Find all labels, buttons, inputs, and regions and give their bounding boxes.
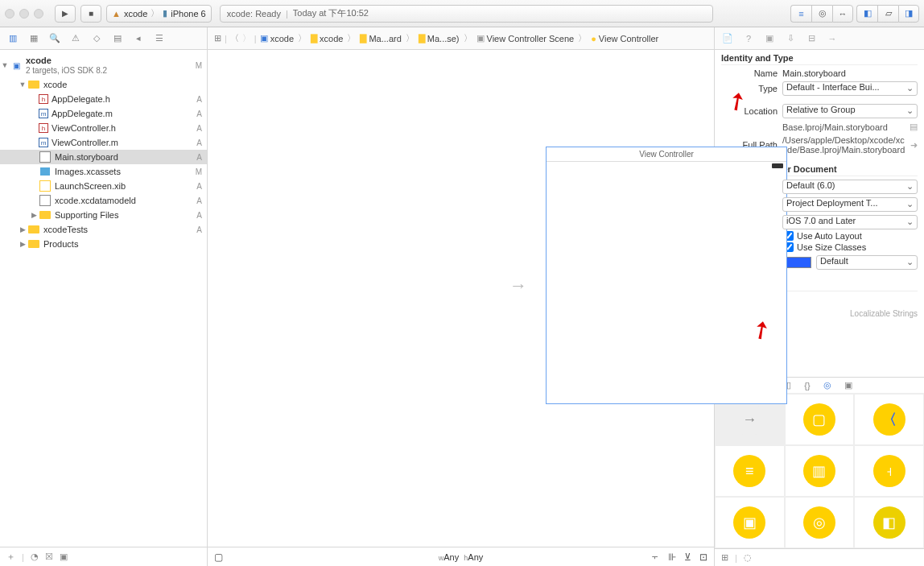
editor-mode-segment[interactable]: ≡ ◎ ↔ (790, 5, 853, 23)
filter-recent-icon[interactable]: ◔ (31, 552, 39, 562)
scheme-device: iPhone 6 (171, 9, 205, 19)
lib-item-tablevc[interactable]: ≡ (715, 445, 785, 497)
lib-item-pagevc[interactable]: ◎ (785, 497, 855, 548)
resolve-icon[interactable]: ⊻ (684, 552, 691, 563)
stop-button[interactable] (80, 5, 101, 23)
lib-grid-icon[interactable]: ⊞ (721, 552, 728, 563)
forward-icon[interactable]: 〉 (242, 32, 251, 44)
lib-media-icon[interactable]: ▣ (844, 380, 852, 390)
tree-project-root[interactable]: ▼▣ xcode2 targets, iOS SDK 8.2 M (0, 53, 207, 77)
phone-icon: ▮ (163, 8, 167, 19)
tint-select[interactable]: Default (816, 255, 918, 270)
lib-item-glvc[interactable]: ◧ (854, 497, 924, 548)
attributes-inspector-icon[interactable]: ⇩ (784, 32, 797, 45)
tree-row[interactable]: Main.storyboard A (0, 150, 207, 164)
project-navigator: ▼▣ xcode2 targets, iOS SDK 8.2 M▼ xcode … (0, 50, 208, 566)
version-editor-icon[interactable]: ↔ (832, 5, 853, 23)
identity-heading: Identity and Type (721, 53, 918, 65)
lib-item-navvc[interactable]: ▢ (785, 394, 855, 445)
filter-icon[interactable]: ▣ (60, 552, 68, 562)
main-toolbar: ▲ xcode 〉 ▮ iPhone 6 xcode: Ready | Toda… (0, 0, 924, 27)
left-panel-icon[interactable]: ◧ (856, 5, 877, 23)
find-nav-icon[interactable]: 🔍 (48, 32, 61, 45)
navigator-footer[interactable]: ＋ | ◔ ☒ ▣ (0, 547, 207, 566)
size-class-control[interactable]: wAny hAny (439, 552, 484, 562)
quick-help-icon[interactable]: ? (742, 32, 755, 45)
tree-row[interactable]: ▶ Supporting Files A (0, 208, 207, 222)
standard-editor-icon[interactable]: ≡ (790, 5, 811, 23)
lib-item-back[interactable]: 〈 (854, 394, 924, 445)
tree-row[interactable]: Images.xcassets M (0, 164, 207, 179)
add-icon[interactable]: ＋ (6, 551, 15, 563)
bottom-panel-icon[interactable]: ▱ (877, 5, 898, 23)
view-controller-frame[interactable]: View Controller (546, 147, 787, 404)
scheme-selector[interactable]: ▲ xcode 〉 ▮ iPhone 6 (106, 5, 212, 23)
activity-status: xcode: Ready | Today at 下午10:52 (220, 5, 713, 23)
run-button[interactable] (55, 5, 76, 23)
resizing-icon[interactable]: ⊡ (699, 552, 707, 563)
tree-row[interactable]: ▶ Products (0, 237, 207, 251)
type-select[interactable]: Default - Interface Bui... (782, 81, 918, 96)
lib-item-splitvc[interactable]: ⫞ (854, 445, 924, 497)
breadcrumb[interactable]: ▣xcode〉 ▇xcode〉 ▇Ma...ard〉 ▇Ma...se)〉 ▣V… (260, 32, 659, 44)
tree-row[interactable]: xcode.xcdatamodeld A (0, 193, 207, 208)
builds-for-select[interactable]: Project Deployment T... (782, 197, 918, 212)
symbol-nav-icon[interactable]: ▦ (27, 32, 40, 45)
lib-file-icon[interactable]: ▯ (786, 380, 791, 390)
debug-nav-icon[interactable]: ▤ (111, 32, 124, 45)
lib-item-tabvc[interactable]: ▥ (785, 445, 855, 497)
test-nav-icon[interactable]: ◇ (90, 32, 103, 45)
issue-nav-icon[interactable]: ⚠ (69, 32, 82, 45)
object-library: ▯ {} ◎ ▣ → ▢ 〈 ≡ ▥ ⫞ ▣ ◎ ◧ ⊞ | ◌ (715, 377, 924, 566)
tree-row[interactable]: ▼ xcode (0, 77, 207, 92)
file-inspector-icon[interactable]: 📄 (721, 32, 734, 45)
assistant-editor-icon[interactable]: ◎ (811, 5, 832, 23)
status-text: xcode: Ready (227, 9, 281, 19)
align-icon[interactable]: ⫟ (650, 552, 660, 563)
full-path: /Users/apple/Desktop/xcode/xcode/Base.lp… (782, 135, 905, 155)
project-nav-icon[interactable]: ▥ (6, 32, 19, 45)
lib-filter-icon[interactable]: ◌ (744, 552, 752, 563)
report-nav-icon[interactable]: ☰ (153, 32, 166, 45)
right-panel-icon[interactable]: ◨ (898, 5, 919, 23)
breakpoint-nav-icon[interactable]: ◂ (132, 32, 145, 45)
file-name: Main.storyboard (782, 68, 918, 78)
status-time: Today at 下午10:52 (293, 7, 369, 19)
app-icon: ▲ (112, 9, 121, 19)
identity-inspector-icon[interactable]: ▣ (763, 32, 776, 45)
filter-scm-icon[interactable]: ☒ (45, 552, 53, 562)
opens-in-select[interactable]: Default (6.0) (782, 180, 918, 194)
tree-row[interactable]: h AppDelegate.h A (0, 92, 207, 106)
tree-row[interactable]: ▶ xcodeTests A (0, 222, 207, 237)
tree-row[interactable]: m AppDelegate.m A (0, 106, 207, 121)
tree-row[interactable]: m ViewController.m A (0, 135, 207, 150)
lib-item-collvc[interactable]: ▣ (715, 497, 785, 548)
navigator-tabs: ▥ ▦ 🔍 ⚠ ◇ ▤ ◂ ☰ (0, 27, 208, 49)
view-as-select[interactable]: iOS 7.0 and Later (782, 215, 918, 229)
panels-segment[interactable]: ◧ ▱ ◨ (856, 5, 919, 23)
editor-footer: ▢ wAny hAny ⫟ ⊪ ⊻ ⊡ (208, 547, 714, 566)
editor-canvas: → View Controller ▢ wAny hAny ⫟ ⊪ ⊻ ⊡ (208, 50, 715, 566)
tree-row[interactable]: LaunchScreen.xib A (0, 179, 207, 193)
entry-arrow-icon: → (509, 275, 527, 296)
folder-icon[interactable]: ▤ (910, 122, 918, 132)
lib-object-icon[interactable]: ◎ (823, 380, 831, 390)
inspector-tabs: 📄 ? ▣ ⇩ ⊟ → (715, 27, 924, 49)
reveal-icon[interactable]: ➜ (910, 140, 918, 151)
jump-bar[interactable]: ⊞ | 〈 〉 | ▣xcode〉 ▇xcode〉 ▇Ma...ard〉 ▇Ma… (208, 27, 715, 49)
pin-icon[interactable]: ⊪ (668, 552, 676, 563)
back-icon[interactable]: 〈 (230, 32, 239, 44)
size-inspector-icon[interactable]: ⊟ (805, 32, 818, 45)
lib-code-icon[interactable]: {} (804, 381, 810, 390)
location-path: Base.lproj/Main.storyboard (782, 122, 905, 132)
tree-row[interactable]: h ViewController.h A (0, 121, 207, 135)
zoom-out-icon[interactable]: ▢ (214, 552, 223, 563)
location-select[interactable]: Relative to Group (782, 104, 918, 118)
related-items-icon[interactable]: ⊞ (214, 33, 221, 43)
vc-title: View Controller (547, 147, 786, 162)
window-controls[interactable] (5, 9, 43, 19)
battery-icon (772, 163, 783, 168)
scheme-target: xcode (124, 9, 147, 19)
connections-inspector-icon[interactable]: → (826, 32, 839, 45)
